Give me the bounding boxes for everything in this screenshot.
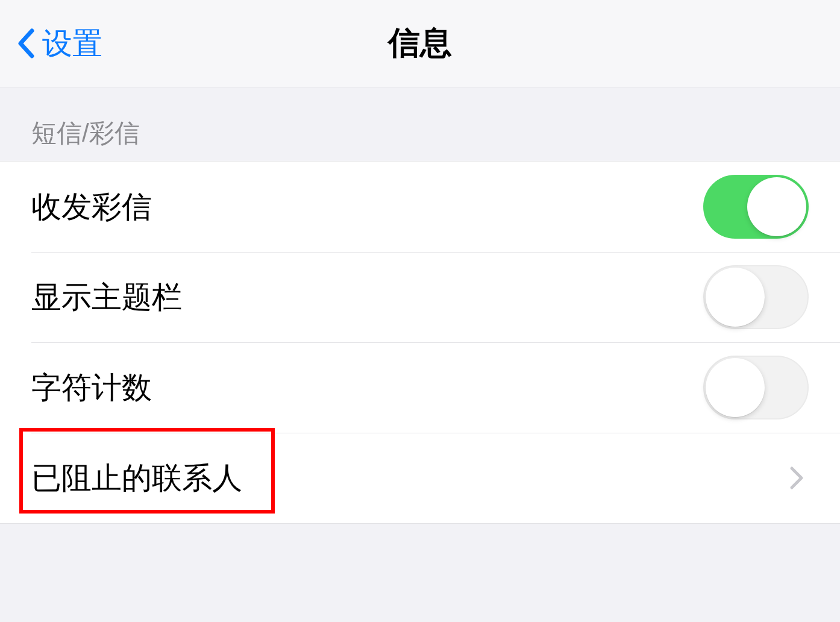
settings-list: 收发彩信 显示主题栏 字符计数 已阻止的联系人 <box>0 161 840 524</box>
toggle-knob <box>747 177 806 236</box>
back-label: 设置 <box>42 24 102 64</box>
navbar: 设置 信息 <box>0 0 840 87</box>
toggle-knob <box>706 358 765 417</box>
row-label: 收发彩信 <box>31 187 152 227</box>
back-button[interactable]: 设置 <box>0 24 102 64</box>
row-mms-messaging[interactable]: 收发彩信 <box>0 162 840 252</box>
chevron-right-icon <box>789 466 804 490</box>
toggle-knob <box>706 268 765 327</box>
toggle-mms[interactable] <box>703 175 809 239</box>
section-header: 短信/彩信 <box>0 87 840 161</box>
row-show-subject-field[interactable]: 显示主题栏 <box>0 252 840 342</box>
toggle-subject[interactable] <box>703 265 809 329</box>
row-label: 显示主题栏 <box>31 277 182 318</box>
row-character-count[interactable]: 字符计数 <box>0 342 840 433</box>
row-label: 已阻止的联系人 <box>31 458 242 498</box>
page-title: 信息 <box>388 22 452 65</box>
row-label: 字符计数 <box>31 368 152 408</box>
toggle-char-count[interactable] <box>703 356 809 419</box>
chevron-left-icon <box>17 28 35 58</box>
row-blocked-contacts[interactable]: 已阻止的联系人 <box>0 433 840 523</box>
